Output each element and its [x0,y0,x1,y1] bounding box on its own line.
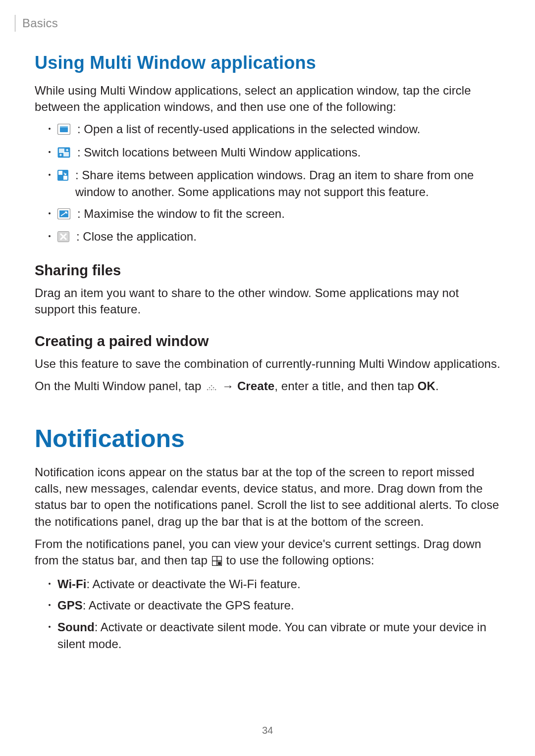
list-item: : Close the application. [49,228,500,247]
list-item-text: Sound: Activate or deactivate silent mod… [57,619,500,652]
paired-window-body-1: Use this feature to save the combination… [35,355,500,372]
list-item-text: : Share items between application window… [75,167,500,200]
svg-point-19 [213,389,214,390]
svg-point-16 [213,387,214,389]
list-item-text: : Open a list of recently-used applicati… [77,121,500,138]
svg-rect-2 [60,126,68,128]
list-item-text: Wi-Fi: Activate or deactivate the Wi-Fi … [57,576,301,593]
list-item-text: GPS: Activate or deactivate the GPS feat… [57,597,294,614]
option-label: Sound [57,620,95,634]
heading-using-multi-window: Using Multi Window applications [35,52,500,73]
svg-point-14 [211,385,213,387]
svg-point-18 [209,389,210,390]
svg-point-17 [215,389,216,391]
bullet-dot [49,212,51,214]
list-item-text: : Switch locations between Multi Window … [77,144,500,161]
option-text: : Activate or deactivate silent mode. Yo… [57,620,486,651]
option-text: : Activate or deactivate the GPS feature… [83,599,294,612]
text-run: , enter a title, and then tap [274,379,418,393]
text-run: On the Multi Window panel, tap [35,379,205,393]
more-options-icon [206,379,217,396]
paired-window-body-2: On the Multi Window panel, tap → Create,… [35,378,500,396]
bullet-dot [49,583,51,585]
svg-point-15 [211,389,213,391]
notifications-p1: Notification icons appear on the status … [35,464,500,529]
sharing-files-body: Drag an item you want to share to the ot… [35,285,500,317]
option-label: GPS [57,599,83,612]
notifications-options-list: Wi-Fi: Activate or deactivate the Wi-Fi … [35,576,500,652]
text-run: to use the following options: [223,554,374,567]
heading-paired-window: Creating a paired window [35,333,500,350]
bullet-dot [49,604,51,606]
list-item-text: : Maximise the window to fit the screen. [77,205,500,222]
share-items-icon [57,168,68,185]
multi-window-actions-list: : Open a list of recently-used applicati… [35,121,500,247]
bullet-dot [49,626,51,628]
header-divider [15,15,15,32]
option-label: Wi-Fi [57,577,86,591]
list-item: Wi-Fi: Activate or deactivate the Wi-Fi … [49,576,500,593]
svg-rect-5 [63,152,69,156]
list-item: GPS: Activate or deactivate the GPS feat… [49,597,500,614]
svg-rect-7 [58,171,62,175]
bullet-dot [49,174,51,176]
list-item-text: : Close the application. [76,228,500,245]
svg-rect-8 [63,176,67,180]
intro-paragraph: While using Multi Window applications, s… [35,82,500,115]
close-app-icon [57,230,69,247]
heading-notifications: Notifications [35,424,500,453]
list-item: : Switch locations between Multi Window … [49,144,500,162]
maximise-icon [57,207,70,224]
svg-point-12 [207,389,209,391]
ok-label: OK [418,379,435,393]
option-text: : Activate or deactivate the Wi-Fi featu… [86,577,300,591]
list-item: : Share items between application window… [49,167,500,200]
svg-point-13 [209,387,211,389]
list-item: Sound: Activate or deactivate silent mod… [49,619,500,652]
settings-grid-icon [212,554,222,570]
bullet-dot [49,128,51,130]
list-item: : Maximise the window to fit the screen. [49,205,500,224]
create-label: Create [237,379,274,393]
page-number: 34 [0,725,535,736]
section-name: Basics [22,16,58,30]
bullet-dot [49,151,51,153]
bullet-dot [49,235,51,237]
recent-apps-icon [57,122,70,139]
list-item: : Open a list of recently-used applicati… [49,121,500,139]
text-run: → [222,379,237,393]
text-run: . [435,379,439,393]
page-header: Basics [15,15,500,32]
notifications-p2: From the notifications panel, you can vi… [35,536,500,570]
svg-rect-23 [218,562,221,565]
heading-sharing-files: Sharing files [35,262,500,279]
switch-windows-icon [57,146,70,162]
